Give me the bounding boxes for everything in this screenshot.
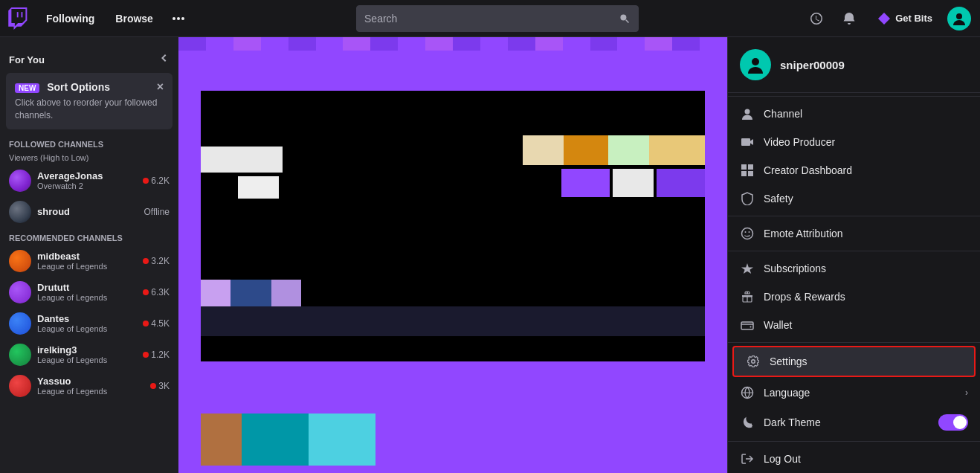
user-dropdown-menu: sniper00009 Channel Video Producer Creat… [727, 37, 980, 473]
svg-rect-9 [741, 138, 750, 146]
bottom-area [178, 361, 727, 473]
sidebar-collapse-button[interactable] [158, 52, 170, 67]
ui-blocks-mid [561, 169, 705, 197]
followed-channel-shroud[interactable]: shroud Offline [0, 196, 178, 228]
dropdown-item-subscriptions[interactable]: Subscriptions [728, 254, 980, 283]
ui-blocks-top [523, 135, 705, 165]
bits-icon [877, 12, 891, 25]
channel-name: Dantes [37, 313, 137, 324]
ui-blocks-bottom [201, 280, 301, 306]
channel-game: Overwatch 2 [37, 181, 137, 190]
notifications-button[interactable] [836, 5, 863, 32]
divider-2 [728, 216, 980, 216]
recommended-channel-yassuo[interactable]: Yassuo League of Legends 3K [0, 370, 178, 402]
twitch-logo[interactable] [0, 7, 37, 30]
channel-info: AverageJonas Overwatch 2 [37, 170, 137, 190]
dropdown-item-wallet[interactable]: Wallet [728, 311, 980, 339]
live-indicator [143, 352, 149, 358]
dropdown-item-channel[interactable]: Channel [728, 100, 980, 128]
sort-options-box: NEW Sort Options × Click above to reorde… [6, 73, 173, 129]
channel-viewers: 1.2K [143, 350, 170, 360]
stream-area [178, 37, 727, 473]
svg-rect-0 [22, 12, 23, 17]
live-indicator [143, 321, 149, 326]
dark-theme-toggle[interactable] [938, 414, 968, 431]
subscriptions-label: Subscriptions [764, 263, 968, 274]
channel-name: Drututt [37, 282, 137, 293]
svg-point-15 [745, 231, 747, 233]
svg-point-6 [956, 13, 962, 19]
channel-name: shroud [37, 206, 138, 217]
divider-1 [728, 96, 980, 97]
dropdown-item-video-producer[interactable]: Video Producer [728, 128, 980, 156]
bottom-fade [178, 395, 727, 414]
followed-channels-label: FOLLOWED CHANNELS [0, 132, 178, 153]
search-box[interactable] [356, 5, 639, 32]
dropdown-item-creator-dashboard[interactable]: Creator Dashboard [728, 156, 980, 184]
divider-5 [728, 441, 980, 442]
recommended-channel-drututt[interactable]: Drututt League of Legends 6.3K [0, 277, 178, 308]
sort-options-close-button[interactable]: × [157, 80, 164, 94]
svg-marker-5 [878, 13, 890, 25]
channel-game: League of Legends [37, 387, 144, 396]
video-icon [740, 135, 755, 149]
inbox-button[interactable] [803, 5, 830, 32]
user-avatar-icon [951, 10, 967, 27]
svg-point-8 [745, 109, 750, 115]
following-nav-link[interactable]: Following [37, 8, 103, 29]
channel-avatar [9, 201, 31, 223]
channel-viewers: 6.2K [143, 176, 170, 186]
channel-viewers: 6.3K [143, 287, 170, 297]
ui-block-left-2 [238, 176, 279, 199]
sort-options-description: Click above to reorder your followed cha… [15, 97, 164, 122]
sort-icon[interactable] [159, 138, 170, 150]
divider-4 [728, 342, 980, 343]
sort-options-title-row: NEW Sort Options × [15, 80, 164, 94]
svg-rect-10 [741, 164, 747, 170]
recommended-channels-label: RECOMMENDED CHANNELS [0, 228, 178, 245]
followed-channels-title: FOLLOWED CHANNELS [9, 140, 103, 149]
nav-links: Following Browse [37, 5, 192, 32]
dropdown-item-emote-attribution[interactable]: Emote Attribution [728, 219, 980, 248]
svg-point-16 [749, 231, 750, 233]
channel-avatar [9, 281, 31, 303]
bottom-bar [201, 306, 705, 336]
logout-icon [740, 452, 755, 466]
toggle-knob [953, 416, 967, 429]
gift-icon [740, 290, 755, 303]
live-indicator [143, 178, 149, 184]
followed-channel-averagejonas[interactable]: AverageJonas Overwatch 2 6.2K [0, 165, 178, 196]
channel-name: irelking3 [37, 344, 137, 355]
live-indicator [143, 289, 149, 295]
more-nav-button[interactable] [165, 5, 192, 32]
sort-options-label: Sort Options [47, 81, 110, 93]
recommended-channel-irelking3[interactable]: irelking3 League of Legends 1.2K [0, 339, 178, 370]
star-icon [740, 262, 755, 275]
search-input[interactable] [364, 13, 613, 25]
dropdown-item-safety[interactable]: Safety [728, 184, 980, 213]
dropdown-item-dark-theme[interactable]: Dark Theme [728, 407, 980, 438]
channel-name: AverageJonas [37, 170, 137, 181]
get-bits-button[interactable]: Get Bits [868, 5, 941, 32]
browse-nav-link[interactable]: Browse [106, 8, 162, 29]
drops-rewards-label: Drops & Rewards [764, 291, 968, 303]
wallet-icon [740, 318, 755, 332]
recommended-channels-title: RECOMMENDED CHANNELS [9, 234, 123, 242]
user-avatar-button[interactable] [947, 7, 971, 30]
recommended-channel-dantes[interactable]: Dantes League of Legends 4.5K [0, 308, 178, 339]
channel-info: Yassuo League of Legends [37, 376, 144, 396]
channel-label: Channel [764, 108, 968, 120]
channel-viewers: 3K [150, 381, 170, 391]
dropdown-item-settings[interactable]: Settings [732, 346, 976, 377]
channel-offline-text: Offline [144, 207, 170, 217]
recommended-channel-midbeast[interactable]: midbeast League of Legends 3.2K [0, 245, 178, 277]
dropdown-item-logout[interactable]: Log Out [728, 445, 980, 473]
channel-name: Yassuo [37, 376, 144, 387]
dropdown-item-drops-rewards[interactable]: Drops & Rewards [728, 283, 980, 311]
top-navigation: Following Browse Get Bits [0, 0, 980, 37]
language-arrow: › [965, 387, 968, 398]
channel-info: Dantes League of Legends [37, 313, 137, 333]
svg-rect-13 [748, 171, 753, 176]
dropdown-item-language[interactable]: Language › [728, 379, 980, 407]
moon-icon [740, 416, 755, 429]
